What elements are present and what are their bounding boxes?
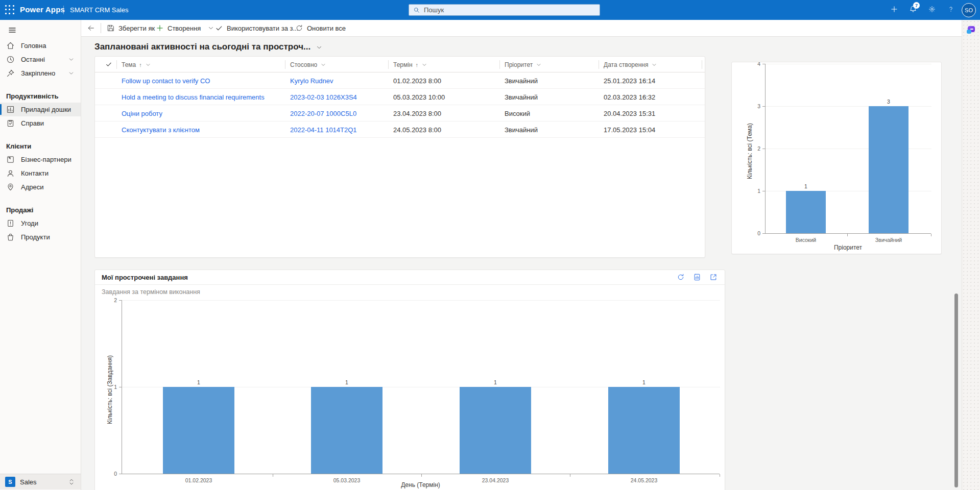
sidebar-item[interactable]: Закріплено xyxy=(0,66,81,80)
x-category-label: 05.03.2023 xyxy=(311,477,383,483)
column-label: Тема xyxy=(122,61,136,68)
bar-Високий xyxy=(786,191,826,233)
y-axis xyxy=(122,300,122,474)
sidebar-item-label: Справи xyxy=(21,119,44,127)
column-header-3[interactable]: Термін↑ xyxy=(393,57,427,72)
app-name[interactable]: Power Apps xyxy=(20,5,65,14)
waffle-icon[interactable] xyxy=(5,5,15,15)
cell-due-date: 23.04.2023 8:00 xyxy=(393,105,500,121)
save-as-button[interactable]: Зберегти як xyxy=(105,20,157,36)
table-row[interactable]: Сконтуктувати з клієнтом2022-04-11 1014T… xyxy=(95,121,705,138)
sidebar-section-header: Клієнти xyxy=(0,139,81,153)
avatar[interactable]: SO xyxy=(962,3,976,17)
view-selector[interactable]: Заплановані активності на сьогодні та пр… xyxy=(94,42,323,52)
vertical-scrollbar[interactable] xyxy=(954,293,958,487)
bar-05.03.2023 xyxy=(311,387,383,474)
notifications-button[interactable]: 7 xyxy=(903,0,922,20)
x-category-label: 23.04.2023 xyxy=(460,477,531,483)
select-all-check-icon[interactable] xyxy=(105,61,112,70)
x-axis-tick xyxy=(720,474,720,477)
table-row[interactable]: Hold a meeting to discuss financial requ… xyxy=(95,89,705,105)
add-button[interactable] xyxy=(885,0,903,20)
sidebar-item[interactable]: Продукти xyxy=(0,230,81,244)
cell-topic[interactable]: Оціни роботу xyxy=(122,105,285,121)
chevron-down-icon xyxy=(651,62,657,68)
sort-ascending-icon: ↑ xyxy=(416,62,419,68)
sidebar-item[interactable]: Останні xyxy=(0,53,81,66)
back-button[interactable] xyxy=(85,20,97,36)
main-content: Заплановані активності на сьогодні та пр… xyxy=(81,37,962,490)
cell-created-on: 02.03.2023 16:32 xyxy=(604,89,701,105)
plus-icon xyxy=(156,24,164,32)
column-divider xyxy=(116,60,117,69)
x-axis xyxy=(122,474,720,474)
create-button[interactable]: Створення xyxy=(154,20,217,36)
x-axis-tick xyxy=(931,234,931,236)
sidebar-section-header: Продуктивність xyxy=(0,89,81,103)
cell-regarding[interactable]: Kyrylo Rudnev xyxy=(290,72,390,89)
sidebar-item[interactable]: Адреси xyxy=(0,180,81,194)
cell-topic[interactable]: Hold a meeting to discuss financial requ… xyxy=(122,89,285,105)
sidebar-item[interactable]: Справи xyxy=(0,116,81,130)
app-environment-name[interactable]: SMART CRM Sales xyxy=(70,6,128,14)
cell-regarding[interactable]: 2022-04-11 1014T2Q1 xyxy=(290,121,390,138)
y-tick-label: 2 xyxy=(106,297,117,303)
search-placeholder: Пошук xyxy=(424,6,444,14)
table-row[interactable]: Follow up contact to verify COKyrylo Rud… xyxy=(95,72,705,89)
bar-value-label: 3 xyxy=(878,99,899,105)
help-button[interactable] xyxy=(941,0,960,20)
priority-chart-card: 012341Високий3ЗвичайнийКількість: всі (Т… xyxy=(731,62,942,254)
sidebar-item[interactable]: Приладні дошки xyxy=(0,103,81,116)
y-tick-label: 0 xyxy=(106,471,117,477)
table-row[interactable]: Оціни роботу2022-20-07 1000C5L023.04.202… xyxy=(95,105,705,121)
x-category-label: Високий xyxy=(770,237,842,243)
cell-topic[interactable]: Сконтуктувати з клієнтом xyxy=(122,121,285,138)
check-icon xyxy=(215,24,223,32)
column-header-5[interactable]: Дата створення xyxy=(604,57,657,72)
refresh-all-label: Оновити все xyxy=(307,24,346,32)
chevron-down-icon xyxy=(320,62,326,68)
column-header-2[interactable]: Стосовно xyxy=(290,57,326,72)
document-icon xyxy=(6,219,15,228)
use-as-default-button[interactable]: Використовувати за з... xyxy=(213,20,300,36)
x-axis-title: День (Термін) xyxy=(380,481,462,488)
column-label: Пріоритет xyxy=(505,61,533,68)
sidebar-item-label: Останні xyxy=(21,56,45,63)
y-axis xyxy=(765,64,766,233)
settings-button[interactable] xyxy=(922,0,941,20)
sidebar-navigation: ГоловнаОстанніЗакріпленоПродуктивністьПр… xyxy=(0,39,81,244)
cell-priority: Звичайний xyxy=(505,121,599,138)
tasks-bar-chart: 012101.02.2023105.03.2023123.04.2023124.… xyxy=(95,270,725,490)
sidebar-item-label: Угоди xyxy=(21,219,38,227)
command-bar: Зберегти як Створення Використовувати за… xyxy=(81,20,962,37)
plus-icon xyxy=(890,5,898,15)
search-input[interactable]: Пошук xyxy=(409,4,600,16)
cell-regarding[interactable]: 2022-20-07 1000C5L0 xyxy=(290,105,390,121)
sidebar-item[interactable]: Угоди xyxy=(0,216,81,230)
cell-regarding[interactable]: 2023-02-03 1026X3S4 xyxy=(290,89,390,105)
sidebar-item[interactable]: Бізнес-партнери xyxy=(0,153,81,166)
cell-due-date: 24.05.2023 8:00 xyxy=(393,121,500,138)
toolbar-separator xyxy=(101,23,101,33)
sidebar-item[interactable]: Контакти xyxy=(0,166,81,180)
sidebar-item[interactable]: Головна xyxy=(0,39,81,53)
refresh-all-button[interactable]: Оновити все xyxy=(293,20,348,36)
create-label: Створення xyxy=(168,24,201,32)
cell-topic[interactable]: Follow up contact to verify CO xyxy=(122,72,285,89)
environment-picker[interactable]: S Sales xyxy=(0,474,81,489)
sidebar-item-label: Адреси xyxy=(21,183,43,191)
column-header-1[interactable]: Тема↑ xyxy=(122,57,151,72)
y-axis-title: Кількість: всі (Тема) xyxy=(746,108,753,194)
x-axis xyxy=(765,233,931,234)
column-header-4[interactable]: Пріоритет xyxy=(505,57,542,72)
hamburger-menu-icon[interactable] xyxy=(4,23,20,39)
sort-ascending-icon: ↑ xyxy=(139,62,142,68)
x-axis-tick xyxy=(421,474,422,477)
bar-01.02.2023 xyxy=(163,387,234,474)
notifications-badge: 7 xyxy=(913,2,920,9)
bag-icon xyxy=(6,233,15,241)
sidebar-item-label: Головна xyxy=(21,42,46,50)
save-as-label: Зберегти як xyxy=(118,24,155,32)
copilot-icon[interactable] xyxy=(967,26,975,34)
environment-tile: S xyxy=(5,477,15,487)
